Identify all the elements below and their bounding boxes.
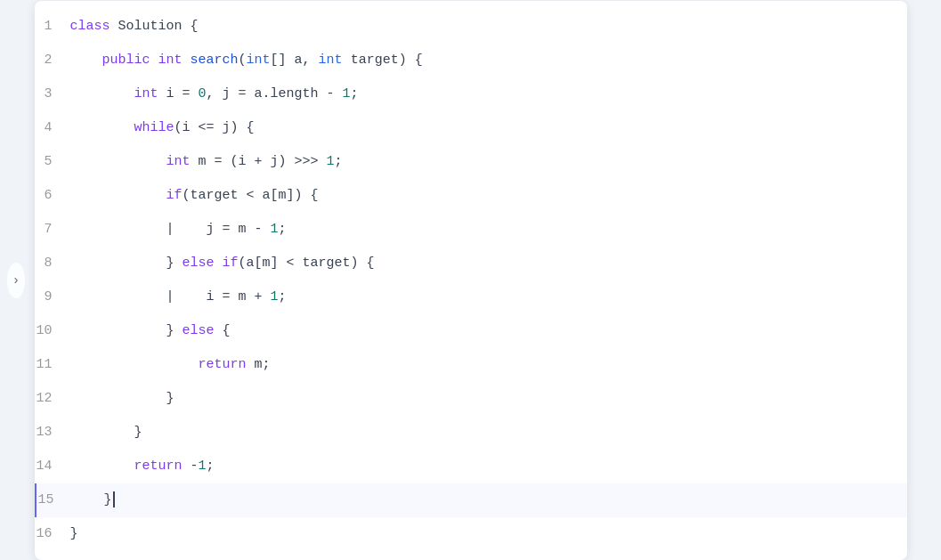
token: { (183, 19, 199, 34)
token: int (247, 53, 271, 68)
token: } (70, 526, 78, 541)
line-content: return -1; (70, 450, 907, 483)
token: 1 (343, 86, 351, 101)
token: public (102, 53, 158, 68)
code-line: 1class Solution { (35, 10, 907, 44)
line-content: } (72, 484, 907, 516)
line-number: 5 (35, 146, 70, 178)
code-line: 5 int m = (i + j) >>> 1; (35, 145, 907, 179)
cursor (113, 491, 115, 507)
token: return (199, 357, 255, 372)
token: 1 (271, 289, 279, 304)
line-number: 3 (35, 78, 70, 110)
code-line: 9 | i = m + 1; (35, 280, 907, 314)
token: 1 (327, 154, 335, 169)
token (70, 459, 134, 474)
token: if (166, 188, 183, 203)
token: i = m + (207, 289, 271, 304)
token: m = (i + j) >>> (199, 154, 327, 169)
token: i = (166, 86, 199, 101)
token: } (70, 391, 174, 406)
code-line: 14 return -1; (35, 450, 907, 483)
code-area[interactable]: 1class Solution {2 public int search(int… (35, 1, 907, 560)
line-content: public int search(int[] a, int target) { (70, 45, 907, 77)
code-line: 4 while(i <= j) { (35, 111, 907, 145)
line-number: 9 (35, 281, 70, 313)
line-content: while(i <= j) { (70, 112, 907, 144)
token: ; (207, 459, 215, 474)
token: 0 (199, 86, 207, 101)
line-number: 12 (35, 383, 70, 415)
line-content: | j = m - 1; (70, 214, 907, 246)
line-content: | i = m + 1; (70, 281, 907, 313)
token: else (183, 323, 223, 338)
token (70, 323, 166, 338)
token: 1 (199, 459, 207, 474)
token (70, 53, 102, 68)
code-line: 6 if(target < a[m]) { (35, 179, 907, 213)
code-line: 13 } (35, 416, 907, 450)
line-number: 14 (35, 450, 70, 483)
token: j = m - (207, 222, 271, 237)
code-line: 2 public int search(int[] a, int target)… (35, 44, 907, 77)
token: | (70, 289, 207, 304)
line-number: 13 (35, 417, 70, 449)
token: (a[m] < target) { (239, 256, 375, 271)
line-content: return m; (70, 349, 907, 381)
line-number: 15 (37, 484, 72, 516)
line-content: int i = 0, j = a.length - 1; (70, 78, 907, 110)
token: ( (239, 53, 247, 68)
line-content: class Solution { (70, 11, 907, 43)
line-number: 4 (35, 112, 70, 144)
token: { (223, 323, 231, 338)
token: ; (335, 154, 343, 169)
line-content: if(target < a[m]) { (70, 180, 907, 212)
chevron-left-icon: › (12, 273, 20, 288)
token (70, 188, 166, 203)
token: } (166, 323, 183, 338)
token: return (134, 459, 191, 474)
line-content: } (70, 383, 907, 415)
token: m; (255, 357, 271, 372)
token: if (223, 256, 239, 271)
line-number: 7 (35, 214, 70, 246)
code-line: 16} (35, 517, 907, 551)
line-content: } (70, 518, 907, 550)
code-editor: 1class Solution {2 public int search(int… (35, 1, 907, 560)
token: } (72, 492, 112, 507)
token: ; (279, 222, 287, 237)
code-line: 7 | j = m - 1; (35, 213, 907, 247)
token (70, 256, 166, 271)
code-line: 8 } else if(a[m] < target) { (35, 247, 907, 280)
code-line: 3 int i = 0, j = a.length - 1; (35, 77, 907, 111)
token (70, 120, 134, 135)
token: (target < a[m]) { (183, 188, 319, 203)
line-number: 1 (35, 11, 70, 43)
line-number: 6 (35, 180, 70, 212)
token: } (70, 425, 142, 440)
token: - (191, 459, 199, 474)
token: ; (351, 86, 359, 101)
token (70, 154, 166, 169)
token: int (166, 154, 199, 169)
code-line: 11 return m; (35, 348, 907, 382)
line-number: 10 (35, 315, 70, 347)
token: int (134, 86, 166, 101)
line-number: 16 (35, 518, 70, 550)
line-content: } else { (70, 315, 907, 347)
token: | (70, 222, 207, 237)
line-content: int m = (i + j) >>> 1; (70, 146, 907, 178)
token: [] a, (271, 53, 319, 68)
line-number: 2 (35, 45, 70, 77)
line-content: } (70, 417, 907, 449)
token: target) { (351, 53, 423, 68)
code-line: 15 } (35, 483, 907, 517)
token: (i <= j) { (174, 120, 255, 135)
token: ; (279, 289, 287, 304)
token: while (134, 120, 174, 135)
left-arrow-button[interactable]: › (7, 263, 25, 298)
line-number: 8 (35, 248, 70, 280)
token: search (191, 53, 239, 68)
token: class (70, 19, 118, 34)
token: , j = a.length - (207, 86, 343, 101)
